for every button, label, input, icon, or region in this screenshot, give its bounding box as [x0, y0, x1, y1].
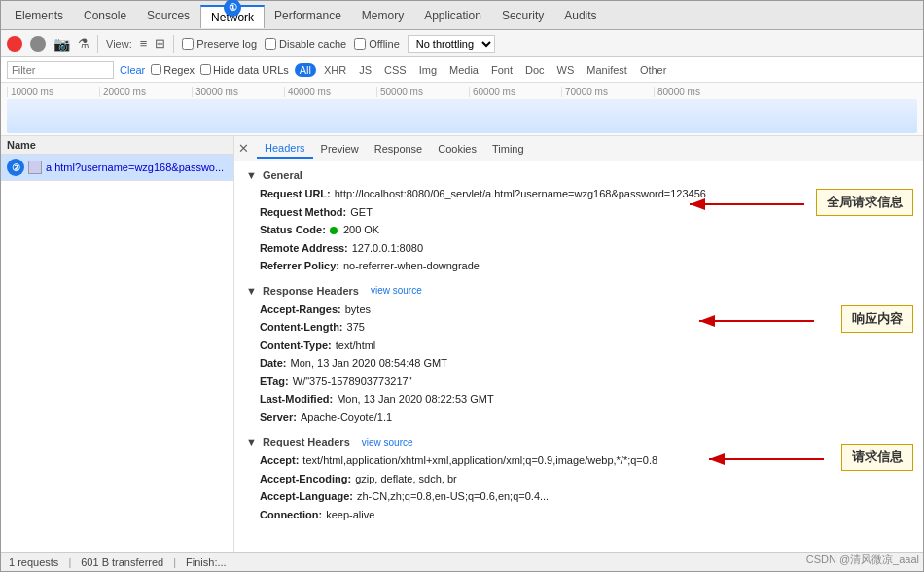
- view-list-icon[interactable]: ≡: [140, 36, 148, 51]
- resp-header-row-1: Content-Length: 375: [246, 318, 911, 337]
- filter-icon[interactable]: ⚗: [78, 36, 89, 51]
- status-green-indicator: [330, 227, 338, 234]
- connection-key: Connection:: [260, 507, 322, 523]
- view-label: View:: [106, 38, 132, 50]
- tab-audits[interactable]: Audits: [554, 5, 607, 26]
- tab-performance[interactable]: Performance: [265, 5, 352, 26]
- tab-application[interactable]: Application: [414, 5, 492, 26]
- devtools-container: Elements Console Sources Network ① Perfo…: [0, 0, 924, 572]
- filter-tag-js[interactable]: JS: [354, 63, 376, 77]
- request-method-key: Request Method:: [260, 204, 346, 221]
- filter-tag-xhr[interactable]: XHR: [319, 63, 351, 77]
- general-title[interactable]: ▼ General: [246, 169, 911, 181]
- controls-bar: 📷 ⚗ View: ≡ ⊞ Preserve log Disable cache…: [1, 30, 923, 57]
- request-url-val: http://localhost:8080/06_servlet/a.html?…: [335, 186, 706, 202]
- details-tab-timing[interactable]: Timing: [484, 140, 532, 158]
- resp-header-row-4: ETag: W/"375-1578903773217": [246, 373, 911, 391]
- tab-console[interactable]: Console: [74, 5, 137, 26]
- date-key: Date:: [260, 355, 287, 372]
- details-tab-cookies[interactable]: Cookies: [430, 140, 484, 158]
- accept-language-key: Accept-Language:: [260, 488, 353, 505]
- separator2: [173, 35, 174, 53]
- regex-checkbox[interactable]: [151, 64, 161, 75]
- request-headers-section: ▼ Request Headers view source Accept: te…: [246, 436, 911, 523]
- filter-tag-font[interactable]: Font: [486, 63, 517, 77]
- separator: [97, 35, 98, 53]
- ruler-mark-1: 20000 ms: [99, 87, 192, 97]
- general-method-row: Request Method: GET: [246, 203, 911, 222]
- status-bar: 1 requests | 601 B transferred | Finish:…: [1, 552, 923, 571]
- request-file-icon: [28, 161, 42, 174]
- record-button[interactable]: [7, 36, 22, 52]
- etag-key: ETag:: [260, 374, 289, 390]
- hide-data-urls-checkbox[interactable]: [200, 64, 211, 75]
- throttle-select[interactable]: No throttling: [408, 35, 495, 53]
- request-headers-arrow-icon: ▼: [246, 436, 257, 447]
- filter-tag-doc[interactable]: Doc: [520, 63, 550, 77]
- status-finish: Finish:...: [186, 556, 227, 568]
- filter-tag-all[interactable]: All: [295, 63, 316, 77]
- filter-tag-media[interactable]: Media: [444, 63, 483, 77]
- remote-address-val: 127.0.0.1:8080: [352, 240, 423, 257]
- server-val: Apache-Coyote/1.1: [301, 410, 392, 426]
- response-headers-view-source[interactable]: view source: [371, 285, 422, 296]
- etag-val: W/"375-1578903773217": [293, 374, 412, 390]
- req-header-row-1: Accept-Encoding: gzip, deflate, sdch, br: [246, 470, 911, 488]
- disable-cache-checkbox[interactable]: [265, 38, 276, 50]
- annotation-request-info: 请求信息: [841, 444, 913, 471]
- filter-tag-ws[interactable]: WS: [552, 63, 580, 77]
- view-group-icon[interactable]: ⊞: [155, 36, 165, 51]
- filter-bar: Clear Regex Hide data URLs All XHR JS CS…: [1, 57, 923, 83]
- timeline-area[interactable]: [7, 99, 917, 133]
- details-tab-response[interactable]: Response: [367, 140, 431, 158]
- ruler-mark-6: 70000 ms: [561, 87, 654, 97]
- request-headers-view-source[interactable]: view source: [362, 437, 413, 447]
- ruler-mark-2: 30000 ms: [192, 87, 284, 97]
- clear-button[interactable]: Clear: [120, 64, 145, 76]
- filter-tag-css[interactable]: CSS: [379, 63, 411, 77]
- ruler-mark-5: 60000 ms: [469, 87, 561, 97]
- resp-header-row-6: Server: Apache-Coyote/1.1: [246, 409, 911, 427]
- request-method-val: GET: [350, 204, 373, 221]
- annotation-global-request: 全局请求信息: [816, 189, 913, 216]
- offline-checkbox[interactable]: [354, 38, 366, 50]
- request-item-0[interactable]: ② a.html?username=wzg168&passwo...: [1, 155, 233, 181]
- general-request-url-row: Request URL: http://localhost:8080/06_se…: [246, 185, 911, 203]
- accept-key: Accept:: [260, 452, 299, 469]
- tab-bar: Elements Console Sources Network ① Perfo…: [1, 1, 923, 30]
- ruler-mark-3: 40000 ms: [284, 87, 376, 97]
- accept-ranges-key: Accept-Ranges:: [260, 302, 341, 318]
- requests-panel: Name ② a.html?username=wzg168&passwo...: [1, 136, 234, 552]
- watermark: CSDN @清风微凉_aaal: [806, 553, 919, 567]
- offline-label: Offline: [354, 38, 400, 50]
- tab-sources[interactable]: Sources: [137, 5, 200, 26]
- tab-memory[interactable]: Memory: [352, 5, 414, 26]
- tab-elements[interactable]: Elements: [5, 5, 74, 26]
- general-remote-row: Remote Address: 127.0.0.1:8080: [246, 239, 911, 258]
- stop-button[interactable]: [30, 36, 46, 52]
- status-sep-1: |: [68, 556, 71, 568]
- timeline-ruler: 10000 ms 20000 ms 30000 ms 40000 ms 5000…: [1, 83, 923, 97]
- camera-icon[interactable]: 📷: [53, 36, 70, 52]
- request-badge: ②: [7, 159, 24, 176]
- status-sep-2: |: [173, 556, 176, 568]
- content-type-val: text/html: [336, 338, 376, 354]
- filter-tag-manifest[interactable]: Manifest: [582, 63, 632, 77]
- tab-network[interactable]: Network ①: [200, 5, 265, 28]
- tab-security[interactable]: Security: [492, 5, 554, 26]
- request-headers-title[interactable]: ▼ Request Headers view source: [246, 436, 911, 447]
- close-icon[interactable]: ✕: [238, 141, 249, 156]
- preserve-log-checkbox[interactable]: [182, 38, 194, 50]
- general-arrow-icon: ▼: [246, 169, 257, 181]
- filter-input[interactable]: [7, 61, 114, 79]
- filter-tag-other[interactable]: Other: [635, 63, 672, 77]
- details-tab-preview[interactable]: Preview: [313, 140, 367, 158]
- response-headers-title[interactable]: ▼ Response Headers view source: [246, 285, 911, 297]
- details-panel: ✕ Headers Preview Response Cookies Timin…: [234, 136, 923, 552]
- ruler-mark-4: 50000 ms: [376, 87, 469, 97]
- timeline: 10000 ms 20000 ms 30000 ms 40000 ms 5000…: [1, 83, 923, 136]
- preserve-log-label: Preserve log: [182, 38, 257, 50]
- accept-ranges-val: bytes: [345, 302, 371, 318]
- details-tab-headers[interactable]: Headers: [257, 139, 313, 159]
- filter-tag-img[interactable]: Img: [414, 63, 442, 77]
